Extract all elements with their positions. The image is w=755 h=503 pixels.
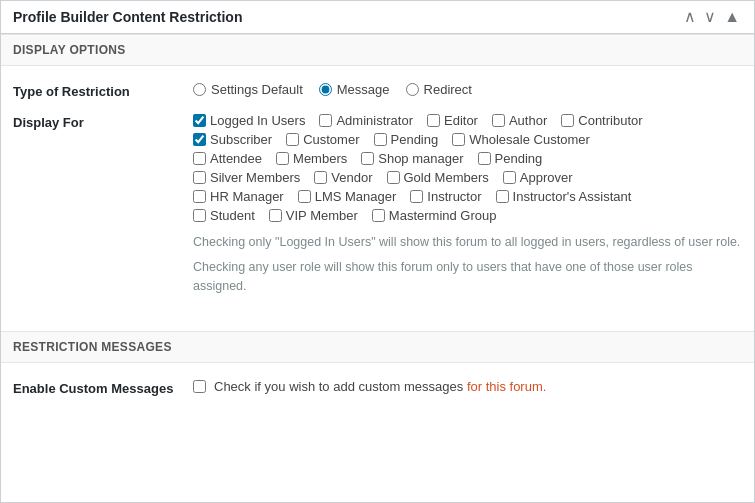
checkbox-row-6: Student VIP Member Mastermind Group [193, 208, 742, 223]
display-options-header: Display Options [1, 34, 754, 66]
checkbox-row-1: Logged In Users Administrator Editor Aut… [193, 113, 742, 128]
cb-gold-members[interactable]: Gold Members [387, 170, 489, 185]
radio-settings-default[interactable]: Settings Default [193, 82, 303, 97]
toggle-icon[interactable]: ▲ [722, 9, 742, 25]
cb-approver[interactable]: Approver [503, 170, 573, 185]
cb-approver-input[interactable] [503, 171, 516, 184]
enable-custom-messages-link[interactable]: for this forum. [467, 379, 546, 394]
cb-silver-members[interactable]: Silver Members [193, 170, 300, 185]
cb-subscriber-input[interactable] [193, 133, 206, 146]
cb-instructors-assistant-input[interactable] [496, 190, 509, 203]
cb-vip-member-input[interactable] [269, 209, 282, 222]
cb-author-input[interactable] [492, 114, 505, 127]
cb-shop-manager-input[interactable] [361, 152, 374, 165]
radio-settings-default-label: Settings Default [211, 82, 303, 97]
cb-pending2-input[interactable] [478, 152, 491, 165]
cb-subscriber[interactable]: Subscriber [193, 132, 272, 147]
info-text-block: Checking only "Logged In Users" will sho… [193, 233, 742, 295]
checkbox-row-3: Attendee Members Shop manager Pending [193, 151, 742, 166]
cb-vendor[interactable]: Vendor [314, 170, 372, 185]
radio-redirect-label: Redirect [424, 82, 472, 97]
cb-members-label: Members [293, 151, 347, 166]
cb-silver-members-input[interactable] [193, 171, 206, 184]
cb-pending2[interactable]: Pending [478, 151, 543, 166]
enable-custom-messages-text: Check if you wish to add custom messages… [214, 379, 546, 394]
cb-vendor-input[interactable] [314, 171, 327, 184]
enable-custom-messages-content: Check if you wish to add custom messages… [193, 379, 742, 394]
restriction-messages-header: Restriction Messages [1, 331, 754, 363]
cb-vip-member-label: VIP Member [286, 208, 358, 223]
radio-message-label: Message [337, 82, 390, 97]
cb-attendee[interactable]: Attendee [193, 151, 262, 166]
cb-mastermind-group-input[interactable] [372, 209, 385, 222]
cb-hr-manager[interactable]: HR Manager [193, 189, 284, 204]
widget-container: Profile Builder Content Restriction ∧ ∨ … [0, 0, 755, 503]
cb-instructors-assistant-label: Instructor's Assistant [513, 189, 632, 204]
cb-customer-input[interactable] [286, 133, 299, 146]
widget-header: Profile Builder Content Restriction ∧ ∨ … [1, 1, 754, 34]
cb-instructor-label: Instructor [427, 189, 481, 204]
cb-lms-manager[interactable]: LMS Manager [298, 189, 397, 204]
cb-hr-manager-input[interactable] [193, 190, 206, 203]
checkbox-row-5: HR Manager LMS Manager Instructor Instru… [193, 189, 742, 204]
cb-gold-members-label: Gold Members [404, 170, 489, 185]
cb-contributor-input[interactable] [561, 114, 574, 127]
cb-instructor[interactable]: Instructor [410, 189, 481, 204]
cb-customer[interactable]: Customer [286, 132, 359, 147]
cb-attendee-label: Attendee [210, 151, 262, 166]
cb-instructor-input[interactable] [410, 190, 423, 203]
collapse-down-icon[interactable]: ∨ [702, 9, 718, 25]
cb-logged-in-users[interactable]: Logged In Users [193, 113, 305, 128]
cb-contributor[interactable]: Contributor [561, 113, 642, 128]
cb-instructors-assistant[interactable]: Instructor's Assistant [496, 189, 632, 204]
cb-mastermind-group[interactable]: Mastermind Group [372, 208, 497, 223]
type-of-restriction-row: Type of Restriction Settings Default Mes… [13, 82, 742, 99]
enable-custom-messages-label: Enable Custom Messages [13, 379, 193, 396]
cb-administrator-label: Administrator [336, 113, 413, 128]
cb-shop-manager[interactable]: Shop manager [361, 151, 463, 166]
radio-message[interactable]: Message [319, 82, 390, 97]
cb-members[interactable]: Members [276, 151, 347, 166]
cb-editor[interactable]: Editor [427, 113, 478, 128]
collapse-up-icon[interactable]: ∧ [682, 9, 698, 25]
header-controls: ∧ ∨ ▲ [682, 9, 742, 25]
restriction-messages-body: Enable Custom Messages Check if you wish… [1, 363, 754, 426]
cb-student[interactable]: Student [193, 208, 255, 223]
cb-student-input[interactable] [193, 209, 206, 222]
cb-vip-member[interactable]: VIP Member [269, 208, 358, 223]
cb-logged-in-users-input[interactable] [193, 114, 206, 127]
radio-settings-default-input[interactable] [193, 83, 206, 96]
enable-custom-messages-row: Enable Custom Messages Check if you wish… [13, 379, 742, 396]
radio-message-input[interactable] [319, 83, 332, 96]
display-for-content: Logged In Users Administrator Editor Aut… [193, 113, 742, 301]
display-options-body: Type of Restriction Settings Default Mes… [1, 66, 754, 331]
cb-lms-manager-input[interactable] [298, 190, 311, 203]
display-for-label: Display For [13, 113, 193, 130]
cb-hr-manager-label: HR Manager [210, 189, 284, 204]
cb-administrator[interactable]: Administrator [319, 113, 413, 128]
cb-pending2-label: Pending [495, 151, 543, 166]
cb-gold-members-input[interactable] [387, 171, 400, 184]
cb-customer-label: Customer [303, 132, 359, 147]
cb-pending[interactable]: Pending [374, 132, 439, 147]
cb-wholesale-customer[interactable]: Wholesale Customer [452, 132, 590, 147]
radio-redirect-input[interactable] [406, 83, 419, 96]
display-for-row: Display For Logged In Users Administrato… [13, 113, 742, 301]
cb-attendee-input[interactable] [193, 152, 206, 165]
cb-editor-input[interactable] [427, 114, 440, 127]
cb-editor-label: Editor [444, 113, 478, 128]
cb-wholesale-customer-input[interactable] [452, 133, 465, 146]
enable-custom-row: Check if you wish to add custom messages… [193, 379, 742, 394]
cb-pending-input[interactable] [374, 133, 387, 146]
cb-author-label: Author [509, 113, 547, 128]
cb-wholesale-customer-label: Wholesale Customer [469, 132, 590, 147]
cb-administrator-input[interactable] [319, 114, 332, 127]
radio-redirect[interactable]: Redirect [406, 82, 472, 97]
cb-subscriber-label: Subscriber [210, 132, 272, 147]
enable-custom-messages-checkbox[interactable] [193, 380, 206, 393]
type-of-restriction-content: Settings Default Message Redirect [193, 82, 742, 97]
cb-shop-manager-label: Shop manager [378, 151, 463, 166]
cb-vendor-label: Vendor [331, 170, 372, 185]
cb-author[interactable]: Author [492, 113, 547, 128]
cb-members-input[interactable] [276, 152, 289, 165]
